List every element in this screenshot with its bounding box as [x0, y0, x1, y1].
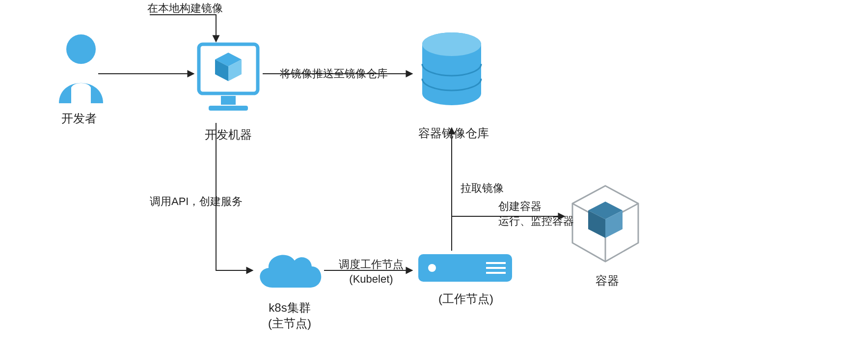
svg-rect-7: [209, 106, 248, 111]
container-icon: [569, 182, 642, 267]
worker-node-label: (工作节点): [438, 291, 493, 307]
container-label: 容器: [596, 273, 619, 289]
svg-point-12: [422, 32, 481, 56]
cluster-icon: [253, 246, 324, 297]
edge-create-line2: 运行、监控容器: [498, 215, 574, 227]
svg-rect-6: [221, 96, 236, 105]
cluster-label-line2: (主节点): [268, 317, 311, 330]
edge-build-label: 在本地构建镜像: [147, 1, 223, 16]
edge-schedule-line1: 调度工作节点: [339, 258, 404, 270]
edge-push-label: 将镜像推送至镜像仓库: [280, 66, 388, 81]
developer-label: 开发者: [61, 111, 97, 126]
edge-schedule-line2: (Kubelet): [349, 273, 393, 285]
cluster-label: k8s集群 (主节点): [268, 300, 311, 331]
edge-create-line1: 创建容器: [498, 200, 542, 212]
edge-schedule-label: 调度工作节点 (Kubelet): [339, 257, 404, 286]
dev-machine-icon: [196, 42, 260, 122]
dev-machine-label: 开发机器: [205, 127, 252, 143]
svg-point-14: [428, 264, 436, 272]
developer-icon: [52, 29, 110, 105]
cluster-label-line1: k8s集群: [269, 301, 310, 314]
edge-create-label: 创建容器 运行、监控容器: [498, 199, 574, 228]
diagram-canvas: 开发者 开发机器 容器镜像仓库 k8: [0, 0, 868, 352]
edge-api-label: 调用API，创建服务: [150, 194, 243, 209]
edge-pull-label: 拉取镜像: [461, 181, 504, 196]
repo-label: 容器镜像仓库: [418, 125, 489, 141]
repo-icon: [417, 29, 486, 115]
worker-node-icon: [417, 253, 513, 287]
svg-point-4: [66, 34, 96, 64]
